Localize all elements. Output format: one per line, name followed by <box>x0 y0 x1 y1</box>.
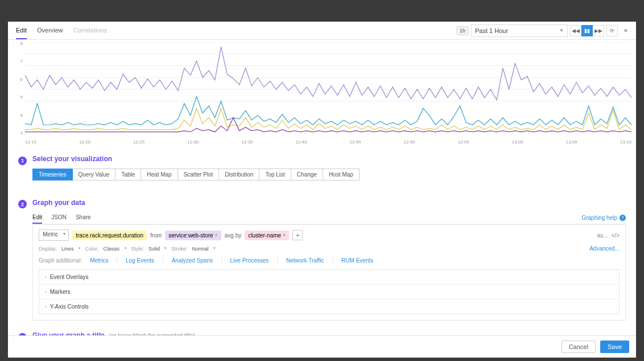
remove-scope-icon[interactable]: × <box>215 232 218 238</box>
ga-link-analyzed-spans[interactable]: Analyzed Spans <box>170 257 215 264</box>
editor-body: 1 Select your visualization TimeseriesQu… <box>8 146 636 335</box>
help-icon: ? <box>620 215 626 221</box>
y-tick: 5 <box>20 95 23 100</box>
step-3-badge: 3 <box>18 333 27 336</box>
collapsible-markers[interactable]: ›Markers <box>39 284 619 299</box>
collapsible-event-overlays[interactable]: ›Event Overlays <box>39 270 619 284</box>
stroke-select[interactable]: Normal <box>192 246 216 252</box>
step-1-header: 1 Select your visualization <box>18 155 626 164</box>
ga-link-metrics[interactable]: Metrics <box>88 257 110 264</box>
viz-option-change[interactable]: Change <box>291 169 323 180</box>
x-tick: 12:30 <box>187 140 199 145</box>
graphing-help-link[interactable]: Graphing help ? <box>581 212 626 224</box>
skip-back-icon[interactable]: ◀◀ <box>570 25 581 36</box>
y-tick: 4 <box>20 113 23 118</box>
viz-option-table[interactable]: Table <box>115 169 141 180</box>
subtab-json[interactable]: JSON <box>51 212 67 224</box>
query-row: Metric trace.rack.request.duration from … <box>39 229 620 241</box>
y-axis-labels: 876543 <box>13 41 23 136</box>
color-select[interactable]: Classic <box>104 246 127 252</box>
x-axis-labels: 12:1512:2012:2512:3012:3512:4012:4512:50… <box>25 140 631 145</box>
step-3-title: Give your graph a title <box>32 331 105 335</box>
footer: Cancel Save <box>8 335 636 358</box>
style-select[interactable]: Solid <box>148 246 167 252</box>
time-range-select[interactable]: Past 1 Hour ▼ <box>471 24 568 37</box>
separator: | <box>116 257 118 264</box>
x-tick: 13:05 <box>566 140 577 145</box>
graphing-help-label: Graphing help <box>581 212 617 223</box>
stroke-label: Stroke: <box>171 246 188 252</box>
viz-option-heat-map[interactable]: Heat Map <box>141 169 177 180</box>
series-cluster-b <box>25 96 631 125</box>
chevron-right-icon: › <box>45 304 47 309</box>
chevron-down-icon: ▼ <box>559 28 564 33</box>
tab-correlations[interactable]: Correlations <box>73 22 107 39</box>
ga-link-network-traffic[interactable]: Network Traffic <box>284 257 327 264</box>
y-tick: 6 <box>20 77 23 82</box>
series-cluster-c <box>25 108 631 129</box>
subtab-edit[interactable]: Edit <box>32 212 42 224</box>
graph-editor-modal: Edit Overview Correlations 1h Past 1 Hou… <box>8 22 636 358</box>
x-tick: 12:25 <box>133 140 145 145</box>
cancel-button[interactable]: Cancel <box>562 341 596 353</box>
style-label: Style: <box>131 246 145 252</box>
groupby-chip[interactable]: cluster-name × <box>245 231 289 240</box>
step-2-title: Graph your data <box>32 199 85 207</box>
viz-option-timeseries[interactable]: Timeseries <box>32 169 73 180</box>
x-tick: 12:15 <box>25 140 36 145</box>
avgby-label: avg by <box>225 232 241 239</box>
separator: | <box>221 257 222 264</box>
source-select[interactable]: Metric <box>39 229 69 241</box>
step-2-header: 2 Graph your data <box>18 199 626 208</box>
viz-option-top-list[interactable]: Top List <box>259 169 291 180</box>
add-query-button[interactable]: + <box>292 230 303 240</box>
time-badge: 1h <box>456 26 469 35</box>
step-1-title: Select your visualization <box>32 155 112 163</box>
as-label[interactable]: as... <box>597 232 608 239</box>
x-tick: 12:45 <box>349 140 361 145</box>
scope-chip-label: service:web-store <box>168 232 213 239</box>
from-label: from <box>150 232 162 239</box>
code-icon[interactable]: </> <box>612 232 620 239</box>
x-tick: 12:35 <box>241 140 253 145</box>
skip-fwd-icon[interactable]: ▶▶ <box>593 25 604 36</box>
topbar-right: 1h Past 1 Hour ▼ ◀◀ ▮▮ ▶▶ ⟳ ✕ <box>456 24 631 37</box>
query-subtabs: Edit JSON Share Graphing help ? <box>32 212 626 224</box>
tab-edit[interactable]: Edit <box>16 22 27 39</box>
x-tick: 13:10 <box>620 140 631 145</box>
step-1-badge: 1 <box>18 157 27 165</box>
scope-chip[interactable]: service:web-store × <box>165 231 221 240</box>
metric-chip[interactable]: trace.rack.request.duration <box>72 231 147 240</box>
refresh-icon[interactable]: ⟳ <box>606 25 618 36</box>
x-tick: 12:50 <box>404 140 415 145</box>
separator: | <box>332 257 333 264</box>
y-tick: 7 <box>20 59 23 64</box>
x-tick: 13:00 <box>512 140 523 145</box>
viz-option-distribution[interactable]: Distribution <box>219 169 259 180</box>
remove-group-icon[interactable]: × <box>283 232 286 238</box>
separator: | <box>162 257 164 264</box>
groupby-chip-label: cluster-name <box>248 232 281 239</box>
subtab-share[interactable]: Share <box>76 212 91 224</box>
color-label: Color: <box>85 246 99 252</box>
series-cluster-a <box>25 47 631 100</box>
ga-link-log-events[interactable]: Log Events <box>123 257 156 264</box>
advanced-link[interactable]: Advanced... <box>589 245 620 252</box>
ga-link-rum-events[interactable]: RUM Events <box>339 257 375 264</box>
viz-option-query-value[interactable]: Query Value <box>73 169 116 180</box>
viz-option-scatter-plot[interactable]: Scatter Plot <box>178 169 220 180</box>
collapsible-y-axis-controls[interactable]: ›Y-Axis Controls <box>39 299 619 314</box>
y-tick: 8 <box>20 41 23 46</box>
chart-preview: 876543 12:1512:2012:2512:3012:3512:4012:… <box>8 40 636 146</box>
close-icon[interactable]: ✕ <box>620 25 631 36</box>
step-3-header: 3 Give your graph a title (or leave blan… <box>18 330 626 335</box>
chevron-right-icon: › <box>45 289 47 294</box>
step-2-badge: 2 <box>18 200 27 208</box>
viz-option-host-map[interactable]: Host Map <box>323 169 360 180</box>
y-tick: 3 <box>20 130 23 136</box>
ga-link-live-processes[interactable]: Live Processes <box>228 257 271 264</box>
pause-icon[interactable]: ▮▮ <box>581 25 593 36</box>
save-button[interactable]: Save <box>600 341 629 353</box>
display-select[interactable]: Lines <box>61 246 81 252</box>
tab-overview[interactable]: Overview <box>37 22 63 39</box>
